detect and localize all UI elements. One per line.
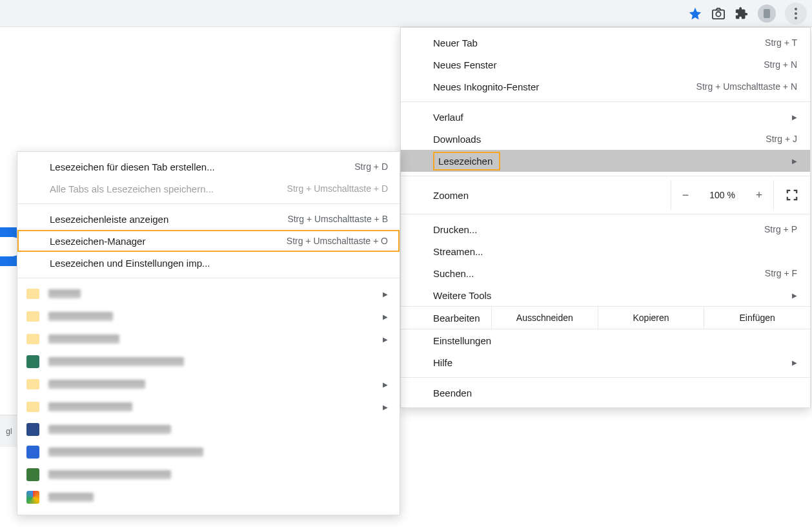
- bookmark-item[interactable]: [17, 440, 400, 463]
- svg-point-1: [716, 12, 720, 16]
- submenu-bookmark-manager[interactable]: Lesezeichen-Manager Strg + Umschalttaste…: [17, 230, 400, 252]
- submenu-bookmark-all: Alle Tabs als Lesezeichen speichern... S…: [17, 178, 400, 200]
- submenu-import[interactable]: Lesezeichen und Einstellungen imp...: [17, 252, 400, 274]
- chevron-right-icon: [792, 291, 797, 300]
- folder-icon: [26, 289, 39, 299]
- menu-label: Beenden: [433, 388, 797, 398]
- menu-label: Neues Fenster: [433, 59, 764, 70]
- chevron-right-icon: [792, 156, 797, 165]
- menu-label: Neuer Tab: [433, 37, 765, 48]
- folder-icon: [26, 402, 39, 412]
- bookmark-item[interactable]: [17, 418, 400, 440]
- paste-button[interactable]: Einfügen: [704, 307, 810, 329]
- profile-avatar[interactable]: [758, 5, 776, 23]
- menu-separator: [17, 203, 400, 204]
- menu-downloads[interactable]: Downloads Strg + J: [401, 128, 810, 150]
- menu-find[interactable]: Suchen... Strg + F: [401, 262, 810, 284]
- browser-toolbar: [0, 0, 812, 27]
- zoom-label: Zoomen: [433, 190, 671, 201]
- folder-icon: [26, 334, 39, 344]
- menu-zoom-row: Zoomen − 100 % +: [401, 180, 810, 210]
- bookmark-folder[interactable]: [17, 282, 400, 305]
- bookmark-item[interactable]: [17, 350, 400, 373]
- menu-shortcut: Strg + F: [765, 268, 797, 278]
- cut-button[interactable]: Ausschneiden: [491, 307, 598, 329]
- bookmark-blurred-label: [48, 357, 184, 366]
- chevron-right-icon: [383, 289, 388, 298]
- zoom-in-button[interactable]: +: [745, 180, 773, 210]
- menu-label: Lesezeichen: [433, 152, 787, 170]
- main-dropdown-menu: Neuer Tab Strg + T Neues Fenster Strg + …: [400, 27, 811, 408]
- bookmark-blurred-label: [48, 289, 81, 298]
- menu-separator: [401, 214, 810, 214]
- menu-more-tools[interactable]: Weitere Tools: [401, 284, 810, 306]
- menu-shortcut: Strg + D: [354, 161, 388, 172]
- bookmark-blurred-label: [48, 312, 113, 321]
- menu-label: Hilfe: [433, 357, 787, 368]
- menu-shortcut: Strg + Umschalttaste + D: [287, 183, 388, 194]
- copy-button[interactable]: Kopieren: [598, 307, 704, 329]
- menu-label: Suchen...: [433, 268, 765, 279]
- menu-cast[interactable]: Streamen...: [401, 240, 810, 262]
- menu-label: Weitere Tools: [433, 290, 787, 301]
- zoom-out-button[interactable]: −: [671, 180, 700, 210]
- menu-separator: [401, 176, 810, 176]
- menu-new-incognito[interactable]: Neues Inkognito-Fenster Strg + Umschaltt…: [401, 76, 810, 98]
- menu-exit[interactable]: Beenden: [401, 382, 810, 404]
- submenu-show-bar[interactable]: Lesezeichenleiste anzeigen Strg + Umscha…: [17, 208, 400, 230]
- bookmark-blurred-label: [48, 448, 203, 457]
- menu-label: Alle Tabs als Lesezeichen speichern...: [50, 183, 287, 194]
- menu-new-tab[interactable]: Neuer Tab Strg + T: [401, 32, 810, 54]
- favicon-icon: [26, 446, 39, 459]
- menu-shortcut: Strg + Umschalttaste + B: [287, 214, 388, 224]
- extensions-icon[interactable]: [735, 6, 749, 21]
- bookmark-folder[interactable]: [17, 373, 400, 395]
- svg-point-3: [795, 12, 797, 15]
- menu-shortcut: Strg + T: [765, 37, 797, 48]
- chevron-right-icon: [383, 402, 388, 411]
- bookmark-item[interactable]: [17, 463, 400, 486]
- more-menu-button[interactable]: [785, 3, 807, 25]
- favicon-icon: [26, 355, 39, 368]
- bookmark-item[interactable]: [17, 486, 400, 508]
- menu-shortcut: Strg + P: [764, 224, 797, 234]
- folder-icon: [26, 379, 39, 389]
- favicon-icon: [26, 468, 39, 481]
- bookmark-blurred-label: [48, 425, 171, 434]
- camera-icon[interactable]: [711, 6, 726, 21]
- menu-label: Verlauf: [433, 112, 787, 123]
- menu-shortcut: Strg + J: [766, 134, 797, 144]
- menu-shortcut: Strg + N: [764, 59, 797, 70]
- bookmark-blurred-label: [48, 402, 132, 411]
- bookmark-star-icon[interactable]: [688, 6, 702, 21]
- bookmark-folder[interactable]: [17, 327, 400, 350]
- chevron-right-icon: [383, 380, 388, 389]
- menu-label: Drucken...: [433, 224, 764, 235]
- bookmark-blurred-label: [48, 380, 145, 389]
- menu-settings[interactable]: Einstellungen: [401, 329, 810, 351]
- menu-label: Lesezeichen und Einstellungen imp...: [50, 258, 388, 269]
- fullscreen-button[interactable]: [774, 180, 810, 210]
- menu-separator: [401, 101, 810, 102]
- menu-history[interactable]: Verlauf: [401, 106, 810, 128]
- menu-edit-row: Bearbeiten Ausschneiden Kopieren Einfüge…: [401, 306, 810, 329]
- zoom-percentage: 100 %: [700, 180, 745, 210]
- menu-help[interactable]: Hilfe: [401, 351, 810, 373]
- menu-new-window[interactable]: Neues Fenster Strg + N: [401, 54, 810, 76]
- chevron-right-icon: [383, 335, 388, 344]
- svg-point-2: [795, 8, 797, 10]
- bookmark-folder[interactable]: [17, 305, 400, 327]
- bookmark-blurred-label: [48, 493, 94, 502]
- submenu-bookmark-tab[interactable]: Lesezeichen für diesen Tab erstellen... …: [17, 156, 400, 178]
- svg-point-4: [795, 17, 797, 19]
- chevron-right-icon: [383, 312, 388, 321]
- bookmark-folder[interactable]: [17, 395, 400, 418]
- folder-icon: [26, 311, 39, 322]
- menu-bookmarks[interactable]: Lesezeichen: [401, 150, 810, 172]
- bookmark-blurred-label: [48, 470, 171, 479]
- menu-shortcut: Strg + Umschalttaste + O: [287, 236, 388, 246]
- chevron-right-icon: [792, 112, 797, 121]
- menu-separator: [17, 278, 400, 278]
- menu-shortcut: Strg + Umschalttaste + N: [696, 81, 797, 92]
- menu-print[interactable]: Drucken... Strg + P: [401, 218, 810, 240]
